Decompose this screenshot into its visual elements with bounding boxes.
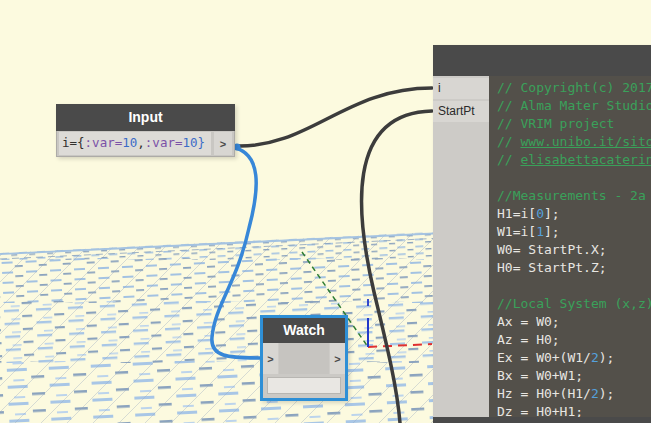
code-line: Ex = W0+(W1/2);	[497, 349, 651, 367]
codeblock-node[interactable]: i StartPt // Copyright(c) 2017// Alma Ma…	[433, 45, 651, 423]
code-line	[497, 277, 651, 295]
input-code-field[interactable]: i={:var=10,:var=10}	[59, 132, 211, 155]
code-token: }	[198, 135, 206, 150]
code-token: {	[77, 135, 85, 150]
code-token: );	[599, 386, 615, 401]
code-line: W1=i[1];	[497, 223, 651, 241]
code-token: ,	[137, 135, 145, 150]
watch-value-display[interactable]	[267, 377, 341, 394]
code-token: W1=i[	[497, 224, 536, 239]
input-output-port[interactable]: >	[214, 132, 232, 155]
code-token: 2	[591, 350, 599, 365]
code-line: Ax = W0;	[497, 313, 651, 331]
code-token: Ax = W0;	[497, 314, 560, 329]
code-line: //Local System (x,z)	[497, 295, 651, 313]
input-node-header[interactable]: Input	[56, 104, 235, 131]
code-token: 1	[536, 224, 544, 239]
codeblock-code-editor[interactable]: // Copyright(c) 2017// Alma Mater Studio…	[489, 76, 651, 417]
watch-ports-row: > >	[263, 343, 345, 374]
code-token: 10	[122, 135, 137, 150]
code-token: i=	[62, 135, 77, 150]
code-line: // Copyright(c) 2017	[497, 79, 651, 97]
code-token: //Measurements - 2a	[497, 188, 646, 203]
watch-body-center	[279, 343, 329, 374]
dynamo-canvas[interactable]: Input i={:var=10,:var=10} > Watch > > i …	[0, 0, 651, 423]
code-token: Hz = H0+(H1/	[497, 386, 591, 401]
code-line: //Measurements - 2a	[497, 187, 651, 205]
code-token: :var=	[85, 135, 123, 150]
code-token: // Copyright(c) 2017	[497, 80, 651, 95]
code-token: 10	[182, 135, 197, 150]
code-token: :var=	[145, 135, 183, 150]
code-line: Az = H0;	[497, 331, 651, 349]
code-token: //	[497, 152, 520, 167]
code-token: );	[599, 350, 615, 365]
code-line: // Alma Mater Studio	[497, 97, 651, 115]
code-token: Ex = W0+(W1/	[497, 350, 591, 365]
code-line: Dz = H0+H1;	[497, 403, 651, 417]
watch-input-port[interactable]: >	[263, 343, 278, 374]
codeblock-body: i StartPt // Copyright(c) 2017// Alma Ma…	[433, 76, 651, 417]
codeblock-footer-bar	[433, 417, 651, 423]
code-token: Bx = W0+W1;	[497, 368, 583, 383]
port-startpt[interactable]: StartPt	[433, 101, 489, 122]
codeblock-node-header[interactable]	[433, 45, 651, 76]
code-token: www.unibo.it/sito	[520, 134, 651, 149]
watch-output-port[interactable]: >	[330, 343, 345, 374]
code-token: // VRIM project	[497, 116, 614, 131]
code-token: ];	[544, 206, 560, 221]
code-line: H0= StartPt.Z;	[497, 259, 651, 277]
code-token: ];	[544, 224, 560, 239]
code-token: H1=i[	[497, 206, 536, 221]
watch-node-header[interactable]: Watch	[263, 318, 345, 343]
code-line	[497, 169, 651, 187]
code-line: // VRIM project	[497, 115, 651, 133]
code-line: H1=i[0];	[497, 205, 651, 223]
code-token: H0= StartPt.Z;	[497, 260, 607, 275]
code-token: elisabettacaterin	[520, 152, 651, 167]
input-node-body: i={:var=10,:var=10} >	[56, 131, 235, 157]
wire-input-to-i[interactable]	[236, 88, 432, 146]
input-node[interactable]: Input i={:var=10,:var=10} >	[56, 104, 235, 157]
code-line: Bx = W0+W1;	[497, 367, 651, 385]
code-token: //	[497, 134, 520, 149]
code-line: W0= StartPt.X;	[497, 241, 651, 259]
code-token: W0= StartPt.X;	[497, 242, 607, 257]
code-token: 0	[536, 206, 544, 221]
code-token: //Local System (x,z)	[497, 296, 651, 311]
codeblock-ports-column: i StartPt	[433, 76, 489, 417]
code-line: // elisabettacaterin	[497, 151, 651, 169]
code-token: Dz = H0+H1;	[497, 404, 583, 417]
port-i[interactable]: i	[433, 78, 489, 99]
code-line: Hz = H0+(H1/2);	[497, 385, 651, 403]
code-line: // www.unibo.it/sito	[497, 133, 651, 151]
code-token: // Alma Mater Studio	[497, 98, 651, 113]
watch-node[interactable]: Watch > >	[260, 315, 348, 401]
background-3d-grid	[0, 230, 433, 423]
code-token: 2	[591, 386, 599, 401]
code-token: Az = H0;	[497, 332, 560, 347]
